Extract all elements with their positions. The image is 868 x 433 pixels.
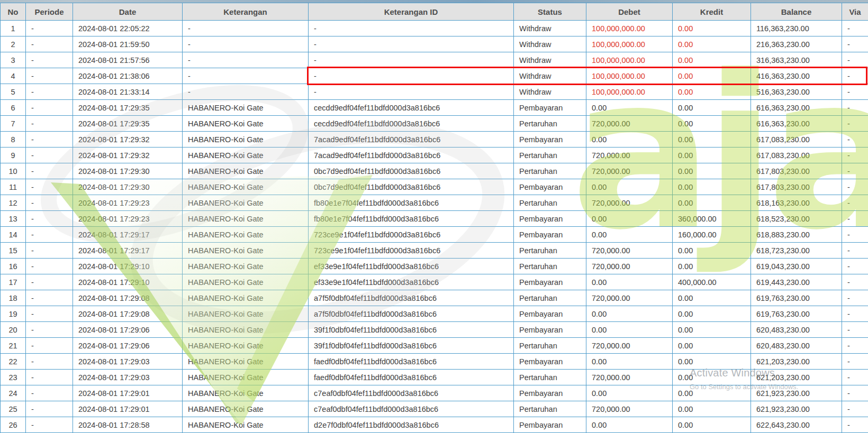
cell-keterangan_id: 723ce9e1f04fef11bdfd000d3a816bc6 <box>309 227 514 243</box>
cell-debet: 720,000.00 <box>586 370 673 385</box>
cell-no: 7 <box>1 116 26 132</box>
cell-no: 9 <box>1 148 26 163</box>
cell-no: 6 <box>1 100 26 116</box>
column-header-kredit[interactable]: Kredit <box>673 3 751 21</box>
cell-kredit: 0.00 <box>673 100 751 116</box>
column-header-no[interactable]: No <box>1 3 26 21</box>
table-row: 8-2024-08-01 17:29:32HABANERO-Koi Gate7a… <box>1 132 868 148</box>
cell-debet: 100,000,000.00 <box>586 52 673 68</box>
column-header-keterangan_id[interactable]: Keterangan ID <box>309 3 514 21</box>
cell-keterangan_id: c7eaf0dbf04fef11bdfd000d3a816bc6 <box>309 385 514 401</box>
cell-no: 16 <box>1 259 26 274</box>
cell-debet: 0.00 <box>586 385 673 401</box>
cell-periode: - <box>26 195 73 211</box>
cell-status: Pertaruhan <box>514 338 586 354</box>
cell-status: Pertaruhan <box>514 148 586 163</box>
cell-periode: - <box>26 100 73 116</box>
cell-date: 2024-08-01 17:29:17 <box>73 227 183 243</box>
cell-balance: 416,363,230.00 <box>751 68 842 84</box>
cell-status: Pertaruhan <box>514 370 586 385</box>
cell-status: Pembayaran <box>514 100 586 116</box>
cell-balance: 216,363,230.00 <box>751 36 842 52</box>
cell-keterangan: - <box>183 68 309 84</box>
cell-keterangan_id: 0bc7d9edf04fef11bdfd000d3a816bc6 <box>309 179 514 195</box>
cell-via: - <box>842 417 868 433</box>
cell-periode: - <box>26 290 73 306</box>
cell-status: Withdraw <box>514 52 586 68</box>
cell-date: 2024-08-01 17:29:10 <box>73 274 183 290</box>
cell-kredit: 0.00 <box>673 322 751 338</box>
cell-balance: 617,803,230.00 <box>751 179 842 195</box>
cell-no: 20 <box>1 322 26 338</box>
cell-debet: 720,000.00 <box>586 290 673 306</box>
cell-kredit: 0.00 <box>673 68 751 84</box>
cell-keterangan_id: 0bc7d9edf04fef11bdfd000d3a816bc6 <box>309 163 514 179</box>
column-header-periode[interactable]: Periode <box>26 3 73 21</box>
cell-kredit: 0.00 <box>673 148 751 163</box>
cell-balance: 621,203,230.00 <box>751 354 842 370</box>
cell-kredit: 360,000.00 <box>673 211 751 227</box>
cell-status: Pembayaran <box>514 132 586 148</box>
cell-kredit: 0.00 <box>673 243 751 259</box>
transaction-report-page: NoPeriodeDateKeteranganKeterangan IDStat… <box>0 0 868 433</box>
cell-keterangan_id: 723ce9e1f04fef11bdfd000d3a816bc6 <box>309 243 514 259</box>
cell-keterangan_id: faedf0dbf04fef11bdfd000d3a816bc6 <box>309 354 514 370</box>
cell-date: 2024-08-01 17:29:06 <box>73 322 183 338</box>
cell-debet: 720,000.00 <box>586 401 673 417</box>
table-header: NoPeriodeDateKeteranganKeterangan IDStat… <box>1 3 868 21</box>
cell-balance: 619,763,230.00 <box>751 306 842 322</box>
cell-date: 2024-08-01 17:29:35 <box>73 100 183 116</box>
cell-no: 12 <box>1 195 26 211</box>
cell-status: Withdraw <box>514 68 586 84</box>
cell-balance: 316,363,230.00 <box>751 52 842 68</box>
cell-keterangan: HABANERO-Koi Gate <box>183 401 309 417</box>
cell-debet: 0.00 <box>586 417 673 433</box>
cell-no: 4 <box>1 68 26 84</box>
cell-keterangan_id: ef33e9e1f04fef11bdfd000d3a816bc6 <box>309 259 514 274</box>
cell-status: Pertaruhan <box>514 243 586 259</box>
cell-no: 8 <box>1 132 26 148</box>
table-row: 12-2024-08-01 17:29:23HABANERO-Koi Gatef… <box>1 195 868 211</box>
cell-date: 2024-08-01 21:38:06 <box>73 68 183 84</box>
cell-periode: - <box>26 370 73 385</box>
cell-debet: 0.00 <box>586 322 673 338</box>
table-row: 17-2024-08-01 17:29:10HABANERO-Koi Gatee… <box>1 274 868 290</box>
cell-balance: 516,363,230.00 <box>751 84 842 100</box>
cell-periode: - <box>26 211 73 227</box>
table-row: 2-2024-08-01 21:59:50--Withdraw100,000,0… <box>1 36 868 52</box>
cell-date: 2024-08-01 17:29:03 <box>73 370 183 385</box>
cell-keterangan: HABANERO-Koi Gate <box>183 132 309 148</box>
column-header-debet[interactable]: Debet <box>586 3 673 21</box>
cell-date: 2024-08-01 17:29:30 <box>73 179 183 195</box>
cell-no: 11 <box>1 179 26 195</box>
cell-status: Pembayaran <box>514 354 586 370</box>
table-row: 9-2024-08-01 17:29:32HABANERO-Koi Gate7a… <box>1 148 868 163</box>
cell-debet: 0.00 <box>586 179 673 195</box>
cell-balance: 620,483,230.00 <box>751 322 842 338</box>
column-header-status[interactable]: Status <box>514 3 586 21</box>
cell-periode: - <box>26 36 73 52</box>
cell-keterangan: HABANERO-Koi Gate <box>183 259 309 274</box>
table-row: 20-2024-08-01 17:29:06HABANERO-Koi Gate3… <box>1 322 868 338</box>
table-row: 7-2024-08-01 17:29:35HABANERO-Koi Gatece… <box>1 116 868 132</box>
column-header-keterangan[interactable]: Keterangan <box>183 3 309 21</box>
table-row: 4-2024-08-01 21:38:06--Withdraw100,000,0… <box>1 68 868 84</box>
cell-status: Pertaruhan <box>514 401 586 417</box>
cell-date: 2024-08-01 17:29:32 <box>73 148 183 163</box>
cell-debet: 0.00 <box>586 100 673 116</box>
cell-keterangan_id: cecdd9edf04fef11bdfd000d3a816bc6 <box>309 116 514 132</box>
cell-keterangan: HABANERO-Koi Gate <box>183 163 309 179</box>
horizontal-scrollbar[interactable] <box>0 0 868 3</box>
cell-no: 26 <box>1 417 26 433</box>
cell-status: Pertaruhan <box>514 116 586 132</box>
column-header-via[interactable]: Via <box>842 3 868 21</box>
cell-debet: 0.00 <box>586 211 673 227</box>
cell-kredit: 0.00 <box>673 306 751 322</box>
column-header-balance[interactable]: Balance <box>751 3 842 21</box>
column-header-date[interactable]: Date <box>73 3 183 21</box>
cell-kredit: 0.00 <box>673 370 751 385</box>
cell-no: 18 <box>1 290 26 306</box>
cell-balance: 618,723,230.00 <box>751 243 842 259</box>
table-row: 1-2024-08-01 22:05:22--Withdraw100,000,0… <box>1 21 868 36</box>
cell-periode: - <box>26 417 73 433</box>
